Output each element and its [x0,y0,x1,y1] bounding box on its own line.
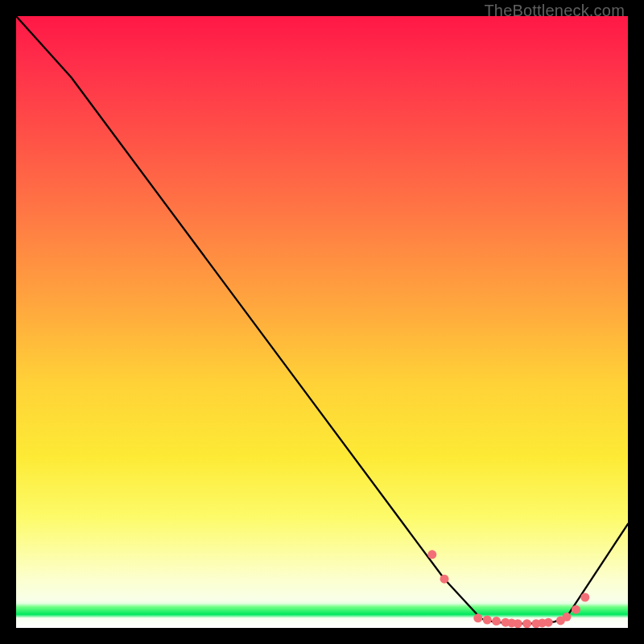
marker-dot [563,613,572,621]
marker-dot [514,619,522,628]
curve-line [16,16,628,624]
marker-dot [580,593,589,602]
marker-dot [427,550,436,559]
watermark-text: TheBottleneck.com [484,2,625,20]
plot-area [16,16,628,628]
marker-dot [492,617,501,625]
marker-dot [473,613,482,622]
marker-dot [440,575,449,584]
marker-dot [572,605,580,614]
chart-frame: TheBottleneck.com [0,0,644,644]
chart-svg [16,16,628,628]
marker-dot [483,616,492,625]
marker-group [427,550,589,628]
marker-dot [522,619,531,628]
marker-dot [544,618,553,627]
